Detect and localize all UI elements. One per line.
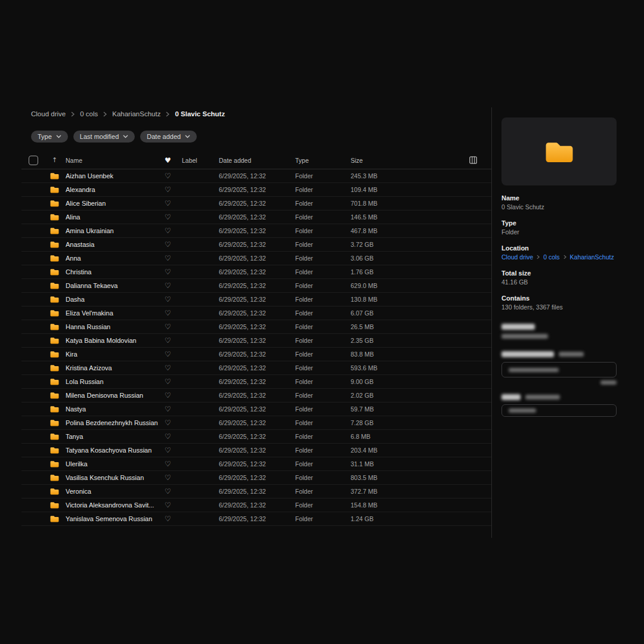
column-header-label[interactable]: Label xyxy=(179,157,219,164)
filter-chip-last-modified[interactable]: Last modified xyxy=(73,131,135,143)
favorite-heart-icon[interactable]: ♡ xyxy=(165,227,171,235)
table-row[interactable]: Ulerilka ♡ 6/29/2025, 12:32 Folder 31.1 … xyxy=(21,457,491,471)
filter-chip-date-added[interactable]: Date added xyxy=(140,131,197,143)
blurred-text-input[interactable] xyxy=(501,404,617,417)
detail-total-size-value: 41.16 GB xyxy=(501,278,617,286)
favorites-column-heart-icon[interactable]: ♥ xyxy=(165,156,171,165)
favorite-heart-icon[interactable]: ♡ xyxy=(165,309,171,317)
favorite-heart-icon[interactable]: ♡ xyxy=(165,460,171,468)
favorite-heart-icon[interactable]: ♡ xyxy=(165,501,171,509)
blurred-text-input[interactable] xyxy=(501,362,617,377)
table-row[interactable]: Nastya ♡ 6/29/2025, 12:32 Folder 59.7 MB xyxy=(21,402,491,416)
favorite-heart-icon[interactable]: ♡ xyxy=(165,446,171,454)
column-header-name[interactable]: Name xyxy=(66,157,165,164)
app-canvas: Cloud drive 0 cols KaharianSchutz 0 Slav… xyxy=(0,0,644,644)
column-header-size[interactable]: Size xyxy=(351,157,463,164)
table-row[interactable]: Lola Russian ♡ 6/29/2025, 12:32 Folder 9… xyxy=(21,375,491,389)
favorite-heart-icon[interactable]: ♡ xyxy=(165,419,171,427)
select-all-checkbox[interactable] xyxy=(29,156,38,165)
location-link[interactable]: Cloud drive xyxy=(501,253,533,261)
columns-settings-icon[interactable] xyxy=(469,156,477,164)
table-row[interactable]: Veronica ♡ 6/29/2025, 12:32 Folder 372.7… xyxy=(21,485,491,499)
folder-icon xyxy=(49,336,60,345)
filter-chip-label: Date added xyxy=(147,133,181,140)
favorite-heart-icon[interactable]: ♡ xyxy=(165,391,171,400)
breadcrumb-link[interactable]: Cloud drive xyxy=(31,110,66,117)
table-row[interactable]: Katya Babina Moldovian ♡ 6/29/2025, 12:3… xyxy=(21,334,491,348)
favorite-heart-icon[interactable]: ♡ xyxy=(165,487,171,496)
table-row[interactable]: Tatyana Kosachyova Russian ♡ 6/29/2025, … xyxy=(21,444,491,457)
favorite-heart-icon[interactable]: ♡ xyxy=(165,473,171,482)
table-row[interactable]: Christina ♡ 6/29/2025, 12:32 Folder 1.76… xyxy=(21,265,491,279)
column-header-date-added[interactable]: Date added xyxy=(219,157,295,164)
breadcrumb-link[interactable]: KaharianSchutz xyxy=(112,110,160,117)
location-link[interactable]: KaharianSchutz xyxy=(570,253,614,261)
table-row[interactable]: Vasilisa Ksenchuk Russian ♡ 6/29/2025, 1… xyxy=(21,471,491,485)
chevron-down-icon xyxy=(56,135,61,138)
row-folder-icon-cell xyxy=(49,240,66,249)
favorite-heart-icon[interactable]: ♡ xyxy=(165,405,171,413)
file-name: Anastasia xyxy=(66,241,165,248)
table-row[interactable]: Alexandra ♡ 6/29/2025, 12:32 Folder 109.… xyxy=(21,183,491,197)
detail-location: Location Cloud drive 0 cols KaharianSchu… xyxy=(501,244,617,261)
file-name: Tanya xyxy=(66,433,165,440)
date-added-cell: 6/29/2025, 12:32 xyxy=(219,364,295,371)
folder-icon xyxy=(49,309,60,317)
file-name: Dalianna Tekaeva xyxy=(66,282,165,289)
favorite-heart-icon[interactable]: ♡ xyxy=(165,240,171,249)
file-name: Dasha xyxy=(66,296,165,303)
table-row[interactable]: Amina Ukrainian ♡ 6/29/2025, 12:32 Folde… xyxy=(21,224,491,238)
file-name: Alina xyxy=(66,213,165,221)
favorite-heart-icon[interactable]: ♡ xyxy=(165,295,171,304)
size-cell: 467.8 MB xyxy=(351,227,463,234)
table-row[interactable]: Yanislava Semenova Russian ♡ 6/29/2025, … xyxy=(21,512,491,526)
table-row[interactable]: Anna ♡ 6/29/2025, 12:32 Folder 3.06 GB xyxy=(21,252,491,265)
blurred-input-text xyxy=(509,368,559,372)
table-row[interactable]: Hanna Russian ♡ 6/29/2025, 12:32 Folder … xyxy=(21,320,491,334)
sort-ascending-icon[interactable]: ↑ xyxy=(49,156,57,164)
type-cell: Folder xyxy=(295,378,351,385)
favorite-heart-icon[interactable]: ♡ xyxy=(165,364,171,372)
favorite-heart-icon[interactable]: ♡ xyxy=(165,323,171,331)
table-row[interactable]: Kristina Azizova ♡ 6/29/2025, 12:32 Fold… xyxy=(21,361,491,375)
favorite-heart-icon[interactable]: ♡ xyxy=(165,281,171,290)
favorite-heart-icon[interactable]: ♡ xyxy=(165,268,171,276)
favorite-heart-icon[interactable]: ♡ xyxy=(165,377,171,386)
table-row[interactable]: Milena Denisovna Russian ♡ 6/29/2025, 12… xyxy=(21,389,491,402)
table-row[interactable]: Anastasia ♡ 6/29/2025, 12:32 Folder 3.72… xyxy=(21,238,491,252)
favorite-heart-icon[interactable]: ♡ xyxy=(165,350,171,358)
type-cell: Folder xyxy=(295,419,351,426)
folder-icon xyxy=(49,268,60,276)
table-row[interactable]: Alice Siberian ♡ 6/29/2025, 12:32 Folder… xyxy=(21,197,491,210)
table-row[interactable]: Kira ♡ 6/29/2025, 12:32 Folder 83.8 MB xyxy=(21,348,491,361)
favorite-heart-icon[interactable]: ♡ xyxy=(165,185,171,194)
favorite-heart-icon[interactable]: ♡ xyxy=(165,515,171,523)
breadcrumb-link[interactable]: 0 cols xyxy=(80,110,98,117)
filter-chip-type[interactable]: Type xyxy=(31,131,68,143)
table-row[interactable]: Eliza Vel'makina ♡ 6/29/2025, 12:32 Fold… xyxy=(21,306,491,320)
location-link[interactable]: 0 cols xyxy=(543,253,559,261)
date-added-cell: 6/29/2025, 12:32 xyxy=(219,405,295,413)
favorite-heart-icon[interactable]: ♡ xyxy=(165,432,171,441)
table-row[interactable]: Dalianna Tekaeva ♡ 6/29/2025, 12:32 Fold… xyxy=(21,279,491,293)
size-cell: 593.6 MB xyxy=(351,364,463,371)
file-name: Alice Siberian xyxy=(66,200,165,207)
favorite-heart-icon[interactable]: ♡ xyxy=(165,254,171,262)
row-folder-icon-cell xyxy=(49,350,66,358)
table-row[interactable]: Dasha ♡ 6/29/2025, 12:32 Folder 130.8 MB xyxy=(21,293,491,306)
table-row[interactable]: Victoria Aleksandrovna Savit... ♡ 6/29/2… xyxy=(21,499,491,512)
table-row[interactable]: Alina ♡ 6/29/2025, 12:32 Folder 146.5 MB xyxy=(21,210,491,224)
type-cell: Folder xyxy=(295,405,351,413)
folder-icon xyxy=(49,350,60,358)
table-row[interactable]: Tanya ♡ 6/29/2025, 12:32 Folder 6.8 MB xyxy=(21,430,491,444)
table-row[interactable]: Aizhan Usenbek ♡ 6/29/2025, 12:32 Folder… xyxy=(21,169,491,183)
favorite-heart-icon[interactable]: ♡ xyxy=(165,213,171,221)
chevron-right-icon xyxy=(564,255,566,259)
type-cell: Folder xyxy=(295,392,351,399)
favorite-heart-icon[interactable]: ♡ xyxy=(165,172,171,180)
favorite-heart-icon[interactable]: ♡ xyxy=(165,199,171,208)
column-header-type[interactable]: Type xyxy=(295,157,351,164)
table-row[interactable]: Polina Bezdenezhnykh Russian ♡ 6/29/2025… xyxy=(21,416,491,430)
type-cell: Folder xyxy=(295,172,351,179)
favorite-heart-icon[interactable]: ♡ xyxy=(165,336,171,345)
